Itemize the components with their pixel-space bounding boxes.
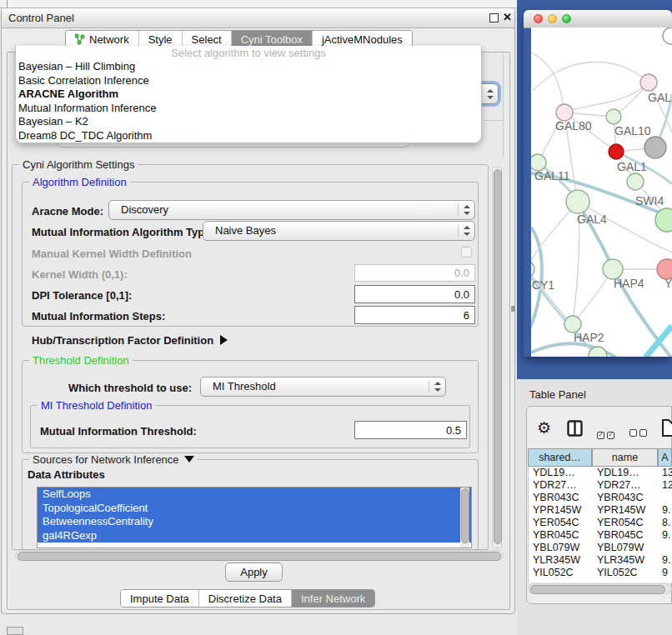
network-canvas[interactable]: GALGAL80GAL10GAL1GAL11SWI4GAL4GCY1HAP4YH… — [531, 28, 672, 357]
gear-icon[interactable]: ⚙ — [537, 420, 551, 436]
minimized-panel-icon[interactable] — [7, 627, 23, 635]
table-row[interactable]: YLR345WYLR345W9. — [528, 554, 672, 567]
settings-horizontal-scrollbar[interactable] — [15, 550, 504, 561]
network-node[interactable] — [640, 74, 657, 91]
network-node[interactable] — [531, 261, 534, 278]
table-row[interactable]: YBL079WYBL079W — [528, 542, 672, 554]
column-header-name[interactable]: name — [592, 448, 658, 467]
aracne-mode-value: Discovery — [121, 203, 168, 216]
tab-label: Select — [192, 33, 222, 46]
network-window-titlebar[interactable] — [524, 10, 672, 28]
tab-select[interactable]: Select — [182, 31, 231, 48]
tab-jactivemnodules[interactable]: jActiveMNodules — [312, 31, 412, 48]
sources-group-title: Sources for Network Inference — [29, 453, 198, 466]
tab-discretize-data[interactable]: Discretize Data — [198, 590, 291, 607]
table-header-row[interactable]: shared…nameA — [528, 448, 672, 467]
network-node[interactable] — [556, 104, 573, 121]
kernel-width-input[interactable] — [354, 264, 475, 282]
tab-impute-data[interactable]: Impute Data — [121, 590, 198, 607]
attributes-scrollbar[interactable] — [460, 488, 469, 548]
algorithm-item-mutual-information-inference[interactable]: Mutual Information Inference — [16, 102, 481, 116]
table-cell: YDL19… — [533, 467, 575, 478]
column-header-shared-[interactable]: shared… — [528, 448, 592, 467]
manual-kernel-checkbox[interactable] — [461, 247, 472, 258]
attribute-item-gal4rgexp[interactable]: gal4RGexp — [38, 529, 471, 543]
dpi-tolerance-input[interactable] — [354, 285, 475, 303]
table-horizontal-scrollbar[interactable] — [528, 583, 672, 594]
aracne-mode-combo[interactable]: Discovery — [108, 200, 475, 220]
algorithm-item-bayesian-k2[interactable]: Bayesian – K2 — [16, 115, 481, 129]
network-node[interactable] — [566, 190, 589, 213]
top-toolbar-strip — [0, 0, 517, 8]
column-header-a[interactable]: A — [658, 448, 672, 467]
hub-definition-toggle[interactable]: Hub/Transcription Factor Definition — [32, 332, 228, 348]
panel-splitter[interactable] — [511, 306, 515, 312]
tab-style[interactable]: Style — [138, 31, 182, 48]
expand-right-icon — [220, 335, 228, 345]
network-view-window[interactable]: GALGAL80GAL10GAL1GAL11SWI4GAL4GCY1HAP4YH… — [524, 10, 672, 357]
scrollbar-thumb[interactable] — [530, 585, 665, 594]
algorithm-item-aracne-algorithm[interactable]: ARACNE Algorithm — [16, 88, 481, 102]
network-node[interactable] — [564, 316, 581, 332]
table-cell: YLR345W — [533, 554, 580, 566]
mi-type-combo[interactable]: Naive Bayes — [203, 221, 475, 241]
table-row[interactable]: YBR043CYBR043C — [528, 492, 672, 504]
mi-type-value: Naive Bayes — [215, 224, 276, 237]
network-icon — [75, 33, 85, 45]
unchecked-box-icon — [639, 429, 647, 437]
attribute-item-selfloops[interactable]: SelfLoops — [38, 488, 471, 502]
apply-button[interactable]: Apply — [225, 562, 283, 582]
table-cell: 8. — [662, 517, 670, 528]
scrollbar-thumb[interactable] — [461, 488, 469, 543]
columns-icon[interactable] — [567, 420, 584, 438]
control-panel-titlebar[interactable]: Control Panel ✕ — [2, 8, 514, 28]
table-row[interactable]: YPR145WYPR145W9. — [528, 504, 672, 517]
attribute-item-betweennesscentrality[interactable]: BetweennessCentrality — [38, 515, 471, 529]
settings-vertical-scrollbar[interactable] — [492, 167, 502, 548]
scrollbar-thumb[interactable] — [18, 552, 501, 561]
network-node[interactable] — [644, 137, 666, 158]
mi-steps-input[interactable] — [354, 306, 475, 324]
algorithm-item-basic-correlation-inference[interactable]: Basic Correlation Inference — [16, 74, 481, 88]
table-cell: YIL052C — [597, 567, 638, 577]
unchecked-pair-icon[interactable] — [629, 425, 647, 440]
network-node[interactable] — [606, 109, 621, 124]
table-row[interactable]: YBR045CYBR045C9. — [528, 529, 672, 542]
algorithm-item-bayesian-hill-climbing[interactable]: Bayesian – Hill Climbing — [16, 60, 481, 74]
node-label-hap4: HAP4 — [614, 277, 644, 290]
table-row[interactable]: YIL052CYIL052C9 — [528, 567, 672, 577]
attribute-item-topologicalcoefficient[interactable]: TopologicalCoefficient — [38, 502, 471, 516]
tab-cyni-toolbox[interactable]: Cyni Toolbox — [231, 31, 312, 48]
algorithm-item-dream8-dc-tdc-algorithm[interactable]: Dream8 DC_TDC Algorithm — [16, 129, 481, 143]
float-icon[interactable] — [489, 13, 499, 22]
mi-threshold-input[interactable] — [354, 421, 467, 439]
table-row[interactable]: YDR27…YDR27…12 — [528, 479, 672, 492]
data-attributes-list[interactable]: SelfLoopsTopologicalCoefficientBetweenne… — [37, 487, 472, 548]
table-row[interactable]: YER054CYER054C8. — [528, 517, 672, 529]
mi-type-label: Mutual Information Algorithm Type: — [32, 226, 214, 238]
table-rows[interactable]: YDL19…YDL19…13YDR27…YDR27…12YBR043CYBR04… — [528, 467, 672, 577]
manual-kernel-label: Manual Kernel Width Definition — [32, 248, 192, 260]
tab-network[interactable]: Network — [66, 31, 138, 48]
checked-pair-icon[interactable]: ✓✓ — [597, 425, 614, 440]
network-graph: GALGAL80GAL10GAL1GAL11SWI4GAL4GCY1HAP4YH… — [531, 28, 672, 357]
algorithm-combo-arrow-button[interactable] — [480, 83, 499, 104]
stepper-arrows-icon — [434, 382, 441, 392]
table-row[interactable]: YDL19…YDL19…13 — [528, 467, 672, 479]
minimize-traffic-light-icon[interactable] — [548, 14, 557, 23]
node-label-gal4: GAL4 — [577, 212, 607, 226]
network-node[interactable] — [663, 28, 672, 44]
zoom-traffic-light-icon[interactable] — [562, 14, 571, 23]
tab-infer-network[interactable]: Infer Network — [291, 590, 374, 607]
checked-box-icon: ✓ — [607, 432, 614, 439]
network-node[interactable] — [531, 154, 546, 171]
threshold-definition-title: Threshold Definition — [29, 354, 133, 367]
network-node[interactable] — [627, 173, 644, 190]
which-threshold-combo[interactable]: MI Threshold — [200, 377, 446, 397]
network-node[interactable] — [609, 144, 624, 159]
scrollbar-thumb[interactable] — [494, 169, 502, 544]
close-traffic-light-icon[interactable] — [534, 14, 543, 23]
mi-steps-label: Mutual Information Steps: — [32, 310, 165, 322]
document-icon[interactable] — [661, 418, 672, 438]
close-icon[interactable]: ✕ — [503, 11, 512, 23]
